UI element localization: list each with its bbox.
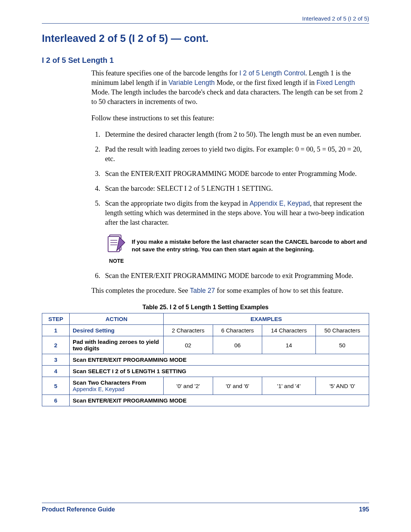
table-row: 6 Scan ENTER/EXIT PROGRAMMING MODE bbox=[42, 395, 369, 406]
intro-paragraphs: This feature specifies one of the barcod… bbox=[91, 69, 369, 281]
td-step: 5 bbox=[42, 377, 70, 395]
td-example: 50 Characters bbox=[315, 325, 369, 336]
step-item: Scan the barcode: SELECT I 2 of 5 LENGTH… bbox=[102, 184, 369, 193]
examples-table: STEP ACTION EXAMPLES 1 Desired Setting 2… bbox=[42, 313, 369, 406]
table-row: 2 Pad with leading zeroes to yield two d… bbox=[42, 336, 369, 354]
page: Interleaved 2 of 5 (I 2 of 5) Interleave… bbox=[0, 0, 411, 532]
footer-row: Product Reference Guide 195 bbox=[42, 506, 369, 513]
th-action: ACTION bbox=[70, 313, 164, 325]
note-block: NOTE If you make a mistake before the la… bbox=[101, 233, 369, 265]
td-example: '1' and '4' bbox=[262, 377, 315, 395]
intro-text: Mode. The length includes the barcode's … bbox=[91, 88, 363, 105]
table-row: 1 Desired Setting 2 Characters 6 Charact… bbox=[42, 325, 369, 336]
td-example: '0' and '6' bbox=[213, 377, 262, 395]
td-example: 2 Characters bbox=[164, 325, 213, 336]
section-heading: I 2 of 5 Set Length 1 bbox=[42, 56, 369, 65]
td-step: 3 bbox=[42, 354, 70, 366]
table-row: 5 Scan Two Characters From Appendix E, K… bbox=[42, 377, 369, 395]
closing-text: This completes the procedure. See bbox=[91, 287, 190, 294]
note-label: NOTE bbox=[101, 257, 132, 265]
td-step: 1 bbox=[42, 325, 70, 336]
step-item: Scan the ENTER/EXIT PROGRAMMING MODE bar… bbox=[102, 169, 369, 179]
td-action: Scan SELECT I 2 of 5 LENGTH 1 SETTING bbox=[70, 366, 369, 377]
td-example: '0' and '2' bbox=[164, 377, 213, 395]
intro-text: This feature specifies one of the barcod… bbox=[91, 69, 239, 77]
td-step: 4 bbox=[42, 366, 70, 377]
td-example: 02 bbox=[164, 336, 213, 354]
td-action: Scan ENTER/EXIT PROGRAMMING MODE bbox=[70, 395, 369, 406]
link-appendix-keypad[interactable]: Appendix E, Keypad bbox=[250, 200, 310, 207]
th-step: STEP bbox=[42, 313, 70, 325]
note-text: If you make a mistake before the last ch… bbox=[132, 233, 369, 254]
td-example: 06 bbox=[213, 336, 262, 354]
closing-text: for some examples of how to set this fea… bbox=[215, 287, 343, 294]
td-action: Scan Two Characters From Appendix E, Key… bbox=[70, 377, 164, 395]
step-item: Scan the ENTER/EXIT PROGRAMMING MODE bar… bbox=[102, 271, 369, 281]
td-example: 6 Characters bbox=[213, 325, 262, 336]
closing-paragraph: This completes the procedure. See Table … bbox=[91, 286, 369, 296]
th-examples: EXAMPLES bbox=[164, 313, 369, 325]
note-icon bbox=[106, 233, 127, 254]
note-icon-wrap: NOTE bbox=[101, 233, 132, 265]
table-row: 3 Scan ENTER/EXIT PROGRAMMING MODE bbox=[42, 354, 369, 366]
td-step: 2 bbox=[42, 336, 70, 354]
footer-doc-title: Product Reference Guide bbox=[42, 506, 115, 513]
running-head: Interleaved 2 of 5 (I 2 of 5) bbox=[42, 15, 369, 22]
steps-list: Determine the desired character length (… bbox=[91, 130, 369, 227]
td-example: '5' AND '0' bbox=[315, 377, 369, 395]
step-item: Determine the desired character length (… bbox=[102, 130, 369, 139]
td-step: 6 bbox=[42, 395, 70, 406]
link-table-ref[interactable]: Table 27 bbox=[190, 287, 215, 294]
step-item: Pad the result with leading zeroes to yi… bbox=[102, 145, 369, 164]
intro-text: Mode, or the first fixed length if in bbox=[215, 79, 316, 86]
link-variable-length[interactable]: Variable Length bbox=[169, 79, 215, 86]
intro-paragraph: This feature specifies one of the barcod… bbox=[91, 69, 369, 107]
page-title: Interleaved 2 of 5 (I 2 of 5) — cont. bbox=[42, 33, 369, 45]
page-footer: Product Reference Guide 195 bbox=[42, 503, 369, 513]
step-text: Scan the appropriate two digits from the… bbox=[105, 200, 250, 207]
footer-rule bbox=[42, 503, 369, 503]
td-example: 14 Characters bbox=[262, 325, 315, 336]
table-header-row: STEP ACTION EXAMPLES bbox=[42, 313, 369, 325]
table-caption: Table 25. I 2 of 5 Length 1 Setting Exam… bbox=[42, 304, 369, 311]
td-action: Desired Setting bbox=[70, 325, 164, 336]
steps-list-continued: Scan the ENTER/EXIT PROGRAMMING MODE bar… bbox=[91, 271, 369, 281]
page-number: 195 bbox=[359, 506, 369, 513]
td-action: Scan ENTER/EXIT PROGRAMMING MODE bbox=[70, 354, 369, 366]
action-text: Scan Two Characters From bbox=[73, 379, 146, 386]
table-row: 4 Scan SELECT I 2 of 5 LENGTH 1 SETTING bbox=[42, 366, 369, 377]
td-example: 14 bbox=[262, 336, 315, 354]
link-appendix-keypad[interactable]: Appendix E, Keypad bbox=[73, 386, 124, 392]
header-rule bbox=[42, 23, 369, 24]
td-example: 50 bbox=[315, 336, 369, 354]
link-length-control[interactable]: I 2 of 5 Length Control bbox=[239, 69, 305, 77]
link-fixed-length[interactable]: Fixed Length bbox=[316, 79, 355, 86]
step-item: Scan the appropriate two digits from the… bbox=[102, 199, 369, 227]
follow-text: Follow these instructions to set this fe… bbox=[91, 113, 369, 123]
td-action: Pad with leading zeroes to yield two dig… bbox=[70, 336, 164, 354]
